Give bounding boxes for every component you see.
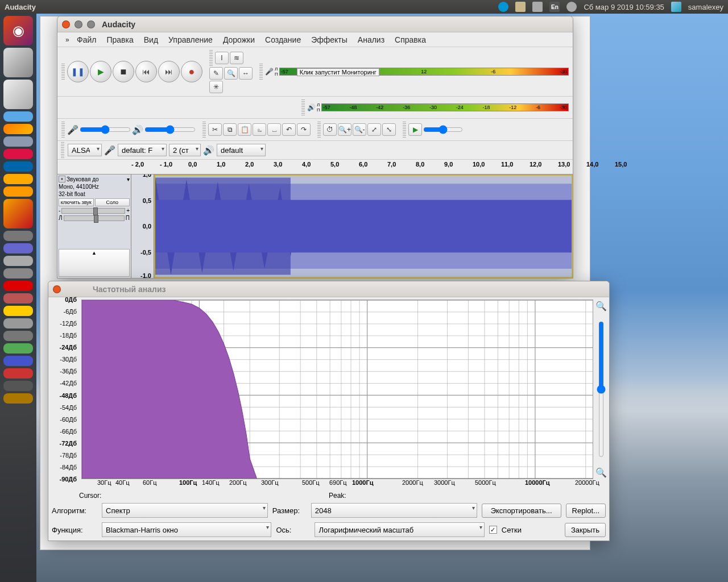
stop-button[interactable] (113, 61, 134, 82)
solo-button[interactable]: Соло (95, 198, 130, 206)
selection-tool-icon[interactable]: I (215, 52, 229, 64)
skip-end-button[interactable] (158, 61, 180, 82)
cut-icon[interactable]: ✂ (208, 123, 222, 136)
menu-generate[interactable]: Создание (260, 34, 305, 46)
timeshift-tool-icon[interactable]: ↔ (239, 67, 253, 80)
menu-effects[interactable]: Эффекты (307, 34, 352, 46)
launcher-item[interactable] (3, 293, 33, 304)
audacity-titlebar[interactable]: Audacity (57, 16, 573, 32)
network-icon[interactable] (532, 2, 543, 12)
launcher-item[interactable] (3, 136, 33, 147)
close-icon[interactable] (62, 20, 70, 28)
freq-titlebar[interactable]: Частотный анализ (48, 281, 609, 297)
sync-lock-icon[interactable]: ⏱ (323, 123, 337, 136)
toolbar-grip[interactable] (259, 64, 263, 80)
toolbar-grip[interactable] (317, 122, 321, 138)
menu-overflow-icon[interactable]: » (61, 34, 71, 45)
zoom-in-icon[interactable]: 🔍+ (338, 123, 351, 136)
mute-button[interactable]: ключить звук (59, 198, 94, 206)
play-speed-button[interactable]: ▶ (408, 123, 422, 136)
close-icon[interactable] (53, 285, 61, 293)
record-meter-bar[interactable]: -57 -4 12 -6 -30 Клик запустит Мониторин… (279, 68, 569, 76)
export-button[interactable]: Экспортировать... (482, 504, 561, 518)
grid-checkbox[interactable]: ✓ (489, 526, 497, 534)
multi-tool-icon[interactable]: ✳ (209, 81, 223, 93)
rec-device-select[interactable] (118, 144, 167, 156)
launcher-item[interactable] (3, 124, 33, 134)
play-device-select[interactable] (217, 144, 266, 156)
toolbar-grip[interactable] (61, 64, 65, 80)
language-indicator[interactable]: En (549, 2, 560, 12)
rec-volume-slider[interactable] (80, 125, 131, 134)
toolbar-grip[interactable] (209, 50, 213, 66)
copy-icon[interactable]: ⧉ (223, 123, 237, 136)
waveform-display[interactable] (154, 174, 573, 278)
launcher-item[interactable] (3, 80, 33, 109)
toolbar-grip[interactable] (202, 122, 206, 138)
launcher-item[interactable] (3, 256, 33, 266)
function-select[interactable] (102, 522, 271, 537)
launcher-item[interactable] (3, 331, 33, 341)
zoom-sel-icon[interactable]: ⤢ (367, 123, 381, 136)
collapse-button[interactable]: ▲ (59, 249, 130, 277)
mic-icon[interactable]: 🎤 (265, 68, 274, 76)
volume-icon[interactable] (566, 2, 577, 12)
toolbar-grip[interactable] (403, 122, 406, 138)
hp-icon[interactable] (498, 2, 508, 12)
maximize-icon[interactable] (87, 20, 95, 28)
launcher-item[interactable] (3, 161, 33, 172)
play-button[interactable] (90, 61, 111, 82)
launcher-audacity-icon[interactable] (3, 199, 33, 228)
host-select[interactable] (68, 144, 102, 156)
menu-edit[interactable]: Правка (102, 34, 138, 46)
launcher-item[interactable] (3, 281, 33, 291)
paste-icon[interactable]: 📋 (238, 123, 251, 136)
toolbar-grip[interactable] (61, 142, 64, 158)
envelope-tool-icon[interactable]: ≋ (230, 52, 243, 64)
zoom-in-icon[interactable]: 🔍 (595, 301, 607, 311)
launcher-item[interactable] (3, 318, 33, 329)
clipboard-icon[interactable] (515, 2, 526, 12)
toolbar-grip[interactable] (301, 99, 305, 115)
track-close-icon[interactable]: × (59, 176, 65, 182)
trim-icon[interactable]: ⎁ (253, 123, 266, 136)
zoom-fit-icon[interactable]: ⤡ (382, 123, 396, 136)
speaker-icon[interactable]: 🔊 (307, 103, 316, 111)
dash-icon[interactable] (3, 16, 33, 45)
timeline-ruler[interactable]: - 2,0- 1,00,01,02,03,04,05,06,07,08,09,0… (57, 160, 573, 174)
launcher-item[interactable] (3, 356, 33, 366)
minimize-icon[interactable] (75, 20, 82, 28)
menu-tracks[interactable]: Дорожки (218, 34, 259, 46)
user-avatar[interactable] (671, 2, 681, 12)
launcher-item[interactable] (3, 48, 33, 77)
menu-transport[interactable]: Управление (164, 34, 217, 46)
draw-tool-icon[interactable]: ✎ (209, 67, 223, 80)
clock[interactable]: Сб мар 9 2019 10:59:35 (584, 3, 664, 11)
launcher-item[interactable] (3, 243, 33, 253)
menu-view[interactable]: Вид (139, 34, 163, 46)
zoom-slider[interactable] (597, 321, 606, 458)
pause-button[interactable] (67, 61, 89, 82)
menu-analyze[interactable]: Анализ (353, 34, 389, 46)
pan-slider[interactable] (64, 215, 125, 221)
monitor-hint[interactable]: Клик запустит Мониторинг (297, 68, 379, 76)
toolbar-grip[interactable] (61, 122, 65, 138)
redo-icon[interactable]: ↷ (297, 123, 311, 136)
zoom-tool-icon[interactable]: 🔍 (224, 67, 238, 80)
launcher-item[interactable] (3, 306, 33, 316)
launcher-item[interactable] (3, 111, 33, 122)
launcher-item[interactable] (3, 368, 33, 379)
freq-plot[interactable] (81, 300, 593, 479)
speed-slider[interactable] (423, 125, 463, 134)
silence-icon[interactable]: ⎵ (267, 123, 281, 136)
username[interactable]: samalexey (688, 3, 723, 11)
size-select[interactable] (311, 503, 477, 518)
launcher-item[interactable] (3, 381, 33, 391)
launcher-item[interactable] (3, 149, 33, 159)
track-menu-icon[interactable]: ▾ (127, 176, 130, 182)
launcher-item[interactable] (3, 343, 33, 354)
launcher-item[interactable] (3, 174, 33, 184)
track-name[interactable]: Звуковая до (67, 176, 126, 182)
menu-help[interactable]: Справка (390, 34, 431, 46)
skip-start-button[interactable] (135, 61, 157, 82)
